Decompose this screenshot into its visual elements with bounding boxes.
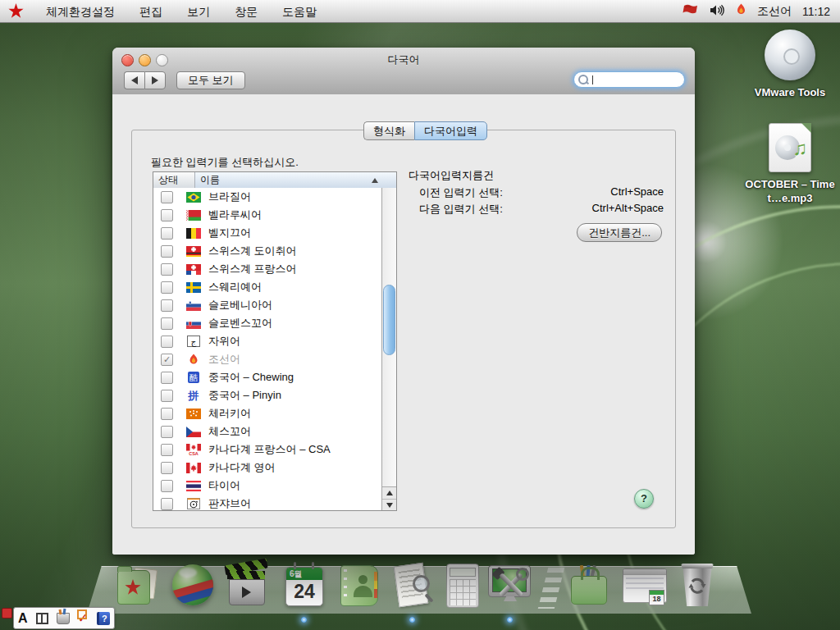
window-titlebar[interactable]: 다국어 모두 보기 xyxy=(112,48,695,95)
organizer-day: 18 xyxy=(650,595,664,604)
shortcuts-heading: 다국어입력지름건 xyxy=(409,168,494,183)
row-checkbox[interactable] xyxy=(161,191,173,203)
input-method-row[interactable]: 스위스계 프랑스어 xyxy=(153,260,382,278)
input-method-flame-icon[interactable] xyxy=(736,3,746,19)
arrow-down-icon xyxy=(386,503,393,508)
help-book-icon[interactable]: ? xyxy=(97,612,110,625)
multilingual-settings-window: 다국어 모두 보기 형식화 다국어입력 필요한 입력기를 선택하십시오. 상태 … xyxy=(112,48,695,555)
input-method-row[interactable]: 카나다계 영어 xyxy=(153,459,382,477)
globe-icon xyxy=(172,564,213,605)
dock-calculator-icon[interactable] xyxy=(439,561,485,609)
red-star-menu-icon[interactable] xyxy=(8,3,24,19)
input-method-row[interactable]: 타이어 xyxy=(153,477,382,495)
scrollbar-thumb[interactable] xyxy=(383,285,395,355)
input-method-row[interactable]: 스웨리예어 xyxy=(153,278,382,296)
dock-media-player-icon[interactable] xyxy=(223,561,269,609)
desktop-icon-mp3-file[interactable]: ♫ OCTOBER – Time t…e.mp3 xyxy=(739,123,840,206)
instruction-text: 필요한 입력기를 선택하십시오. xyxy=(151,155,299,170)
column-header-name[interactable]: 이름 xyxy=(195,172,396,188)
volume-icon[interactable] xyxy=(710,4,725,19)
row-checkbox[interactable] xyxy=(161,299,173,312)
row-checkbox[interactable] xyxy=(161,245,173,258)
canada-flag-icon xyxy=(186,463,201,473)
row-checkbox[interactable] xyxy=(161,390,173,402)
input-method-row[interactable]: 판쟈브어 xyxy=(153,495,382,510)
input-method-row[interactable]: 슬로벤스꼬어 xyxy=(153,314,382,332)
dock-organizer-icon[interactable]: 18 xyxy=(621,561,667,609)
input-method-row[interactable]: CSA카나다계 프랑스어 – CSA xyxy=(153,441,382,459)
row-checkbox[interactable] xyxy=(161,317,173,330)
dock-trash-icon[interactable] xyxy=(674,561,720,609)
help-button[interactable]: ? xyxy=(634,489,654,509)
dock-system-settings-icon[interactable] xyxy=(486,561,532,609)
row-checkbox[interactable] xyxy=(161,209,173,221)
workspace-switcher-icon[interactable] xyxy=(36,613,48,624)
row-checkbox[interactable] xyxy=(161,263,173,276)
calendar-month: 6월 xyxy=(286,568,322,580)
row-checkbox[interactable]: ✓ xyxy=(161,354,173,366)
menu-edit[interactable]: 편집 xyxy=(127,1,175,22)
menu-view[interactable]: 보기 xyxy=(175,1,222,22)
show-all-button[interactable]: 모두 보기 xyxy=(176,71,245,89)
row-checkbox[interactable] xyxy=(161,281,173,294)
back-button[interactable] xyxy=(124,71,144,89)
input-method-row[interactable]: 벨지끄어 xyxy=(153,224,382,242)
stationery-cup-icon[interactable] xyxy=(57,613,70,624)
input-method-row[interactable]: 슬로베니아어 xyxy=(153,296,382,314)
red-flag-icon[interactable] xyxy=(682,4,699,19)
update-check-icon[interactable]: ✓ xyxy=(78,612,89,625)
keyboard-shortcuts-button[interactable]: 건반지름건... xyxy=(577,223,662,242)
dock-document-viewer-icon[interactable] xyxy=(389,561,435,609)
swiss-french-flag-icon xyxy=(186,264,201,275)
belgium-flag-icon xyxy=(186,228,201,239)
menu-system-preferences[interactable]: 체계환경설정 xyxy=(34,1,127,22)
desktop-icon-label: VMware Tools xyxy=(739,86,840,100)
input-method-row[interactable]: 拼중국어 – Pinyin xyxy=(153,386,382,404)
input-language-indicator[interactable]: 조선어 xyxy=(757,4,792,19)
row-checkbox[interactable] xyxy=(161,480,173,492)
dock-address-book-icon[interactable] xyxy=(336,561,381,609)
scroll-down-button[interactable] xyxy=(382,499,396,511)
list-header: 상태 이름 xyxy=(153,172,396,189)
punjabi-flag-icon xyxy=(186,499,201,509)
font-tool-icon[interactable]: A xyxy=(18,612,28,625)
tab-formatting[interactable]: 형식화 xyxy=(363,121,414,140)
desktop-icon-vmware-tools[interactable]: VMware Tools xyxy=(739,30,840,100)
forward-button[interactable] xyxy=(144,71,166,89)
column-header-status[interactable]: 상태 xyxy=(153,172,195,188)
input-method-row[interactable]: 체러키어 xyxy=(153,404,382,422)
dock-web-browser-icon[interactable] xyxy=(170,561,216,609)
search-field[interactable] xyxy=(573,71,685,88)
scroll-up-button[interactable] xyxy=(382,487,396,499)
tray-toggle-button[interactable] xyxy=(2,608,12,619)
input-method-row[interactable]: 스위스계 도이취어 xyxy=(153,242,382,260)
row-checkbox[interactable] xyxy=(161,372,173,384)
row-checkbox[interactable] xyxy=(161,426,173,438)
row-checkbox[interactable] xyxy=(161,498,173,510)
dock-utilities-icon[interactable] xyxy=(565,561,611,609)
input-method-name: 스웨리예어 xyxy=(208,280,262,294)
row-checkbox[interactable] xyxy=(161,408,173,420)
input-method-name: 체러키어 xyxy=(208,406,251,421)
input-method-row[interactable]: 체스꼬어 xyxy=(153,422,382,441)
arrow-up-icon xyxy=(386,491,393,495)
dock-file-manager-icon[interactable] xyxy=(114,561,160,609)
calendar-day: 24 xyxy=(286,580,322,604)
input-method-row[interactable]: ✓조선어 xyxy=(153,350,382,368)
menu-window[interactable]: 창문 xyxy=(222,1,270,22)
input-method-row[interactable]: 酷중국어 – Chewing xyxy=(153,368,382,386)
input-method-row[interactable]: 브라질어 xyxy=(153,188,382,206)
input-method-row[interactable]: 벨라루씨어 xyxy=(153,206,382,224)
dock-calendar-icon[interactable]: 6월 24 xyxy=(281,561,326,609)
row-checkbox[interactable] xyxy=(161,462,173,474)
input-method-row[interactable]: ج자위어 xyxy=(153,332,382,350)
korea-flame-flag-icon xyxy=(186,354,201,365)
tab-multilingual-input[interactable]: 다국어입력 xyxy=(414,121,487,140)
menu-help[interactable]: 도움말 xyxy=(270,1,329,22)
input-method-name: 자위어 xyxy=(208,334,240,349)
list-scrollbar[interactable] xyxy=(381,188,396,510)
clock[interactable]: 11:12 xyxy=(802,5,830,18)
row-checkbox[interactable] xyxy=(161,444,173,456)
row-checkbox[interactable] xyxy=(161,227,173,240)
row-checkbox[interactable] xyxy=(161,336,173,348)
